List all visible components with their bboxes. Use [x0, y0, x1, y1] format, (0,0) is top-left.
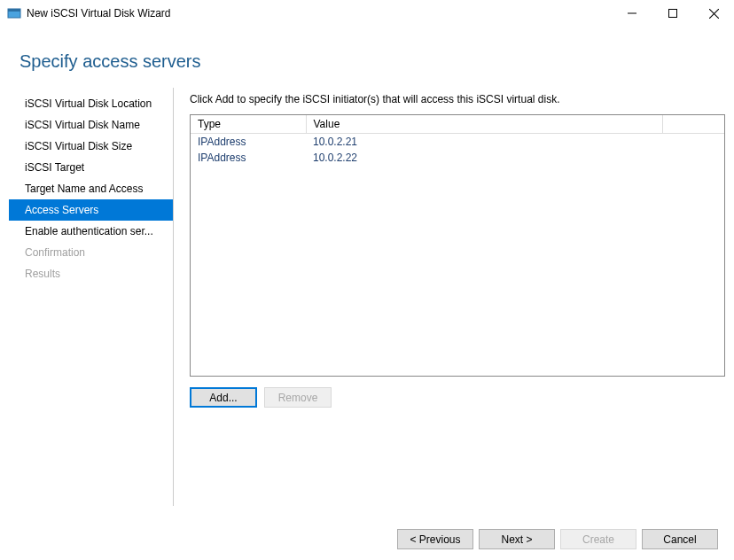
column-header-value[interactable]: Value	[306, 115, 662, 134]
app-icon	[7, 6, 21, 20]
table-row[interactable]: IPAddress 10.0.2.21	[191, 134, 724, 151]
step-vdisk-location[interactable]: iSCSI Virtual Disk Location	[9, 93, 173, 114]
step-results: Results	[9, 263, 173, 284]
window-title: New iSCSI Virtual Disk Wizard	[27, 7, 612, 19]
cell-type: IPAddress	[191, 134, 306, 151]
step-target-name-access[interactable]: Target Name and Access	[9, 178, 173, 199]
window-controls	[612, 0, 734, 27]
step-access-servers[interactable]: Access Servers	[9, 199, 173, 221]
title-bar: New iSCSI Virtual Disk Wizard	[0, 0, 734, 27]
column-header-type[interactable]: Type	[191, 115, 306, 134]
wizard-main-panel: Click Add to specify the iSCSI initiator…	[174, 88, 725, 506]
previous-button[interactable]: < Previous	[397, 529, 473, 549]
initiators-table[interactable]: Type Value IPAddress 10.0.2.21 IPAddress…	[191, 115, 724, 166]
page-title: Specify access servers	[20, 51, 714, 72]
cell-value: 10.0.2.22	[306, 150, 662, 166]
cell-value: 10.0.2.21	[306, 134, 662, 151]
step-vdisk-size[interactable]: iSCSI Virtual Disk Size	[9, 136, 173, 157]
next-button[interactable]: Next >	[479, 529, 555, 549]
column-header-spacer	[662, 115, 724, 134]
minimize-button[interactable]	[612, 0, 652, 27]
cancel-button[interactable]: Cancel	[642, 529, 718, 549]
step-vdisk-name[interactable]: iSCSI Virtual Disk Name	[9, 114, 173, 136]
instruction-text: Click Add to specify the iSCSI initiator…	[190, 93, 725, 105]
svg-rect-3	[669, 10, 677, 18]
step-confirmation: Confirmation	[9, 242, 173, 263]
svg-rect-1	[8, 9, 20, 12]
maximize-button[interactable]	[652, 0, 693, 27]
wizard-footer: < Previous Next > Create Cancel	[397, 529, 718, 549]
initiators-table-container: Type Value IPAddress 10.0.2.21 IPAddress…	[190, 114, 725, 377]
remove-button: Remove	[264, 387, 332, 408]
cell-type: IPAddress	[191, 150, 306, 166]
wizard-steps-sidebar: iSCSI Virtual Disk Location iSCSI Virtua…	[9, 88, 174, 506]
step-iscsi-target[interactable]: iSCSI Target	[9, 157, 173, 178]
table-row[interactable]: IPAddress 10.0.2.22	[191, 150, 724, 166]
table-action-row: Add... Remove	[190, 387, 725, 408]
create-button: Create	[560, 529, 636, 549]
wizard-header: Specify access servers	[0, 27, 734, 88]
add-button[interactable]: Add...	[190, 387, 257, 408]
close-button[interactable]	[693, 0, 734, 27]
step-enable-authentication[interactable]: Enable authentication ser...	[9, 221, 173, 242]
